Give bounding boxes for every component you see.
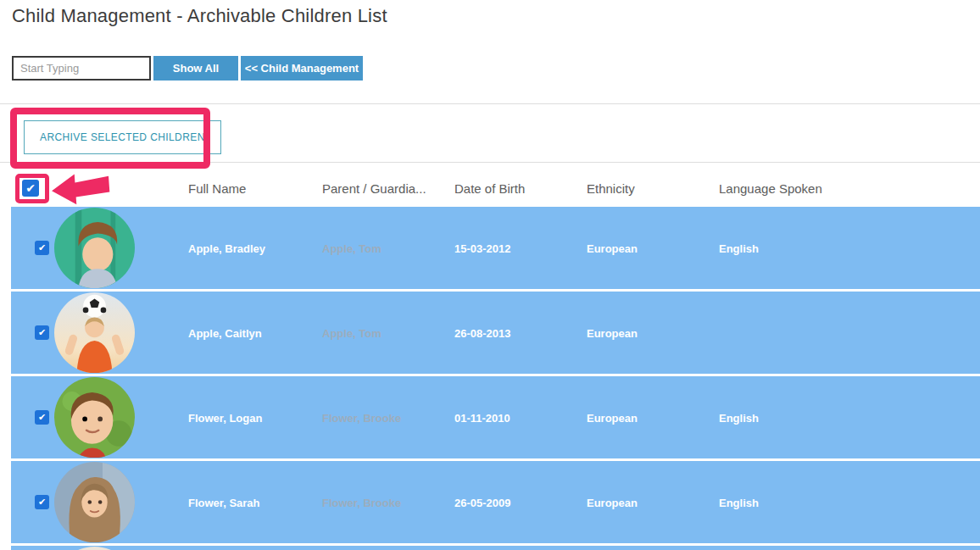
row-checkbox[interactable]: ✔ <box>35 241 49 255</box>
table-row[interactable]: ✔ Flower, Logan Flower, Brooke 01-11-201… <box>11 376 980 458</box>
select-all-checkbox[interactable]: ✔ <box>22 180 39 197</box>
cell-parent-guardian: Flower, Brooke <box>322 412 401 425</box>
cell-language-spoken: English <box>719 497 759 509</box>
cell-date-of-birth: 26-08-2013 <box>454 327 511 340</box>
table-header: Full Name Parent / Guardia... Date of Bi… <box>0 163 980 207</box>
avatar <box>54 208 135 288</box>
row-checkbox[interactable]: ✔ <box>35 325 49 340</box>
row-checkbox[interactable]: ✔ <box>35 495 49 509</box>
table-row[interactable]: ✔ Apple, Bradley Apple, Tom 15-03-2012 E… <box>11 207 980 289</box>
archive-selected-children-button[interactable]: ARCHIVE SELECTED CHILDREN <box>24 120 221 154</box>
cell-ethnicity: European <box>587 497 638 509</box>
cell-full-name: Apple, Bradley <box>188 242 265 255</box>
avatar <box>54 377 135 458</box>
cell-ethnicity: European <box>587 242 638 255</box>
cell-full-name: Apple, Caitlyn <box>188 327 262 340</box>
column-header-language-spoken: Language Spoken <box>719 181 822 196</box>
avatar <box>54 547 135 550</box>
table-row[interactable]: ✔ Flower, Sarah Flower, Brooke 26-05-200… <box>11 461 980 543</box>
cell-language-spoken: English <box>719 242 759 255</box>
back-to-child-management-button[interactable]: << Child Management <box>241 56 363 81</box>
page-title: Child Management - Archivable Children L… <box>12 5 387 27</box>
cell-ethnicity: European <box>587 327 638 340</box>
avatar <box>54 462 135 542</box>
divider <box>0 103 980 104</box>
table-row[interactable]: ✔ <box>11 292 980 374</box>
cell-parent-guardian: Apple, Tom <box>322 327 381 340</box>
child-management-page: Child Management - Archivable Children L… <box>0 0 980 550</box>
cell-full-name: Flower, Logan <box>188 412 262 425</box>
column-header-date-of-birth: Date of Birth <box>454 181 525 196</box>
column-header-full-name: Full Name <box>188 181 246 196</box>
cell-language-spoken: English <box>719 412 759 425</box>
cell-date-of-birth: 15-03-2012 <box>454 242 511 255</box>
cell-ethnicity: European <box>587 412 638 425</box>
cell-full-name: Flower, Sarah <box>188 497 260 509</box>
search-input[interactable] <box>12 56 151 81</box>
cell-parent-guardian: Apple, Tom <box>322 242 381 255</box>
avatar <box>54 292 135 373</box>
cell-parent-guardian: Flower, Brooke <box>322 497 401 509</box>
cell-date-of-birth: 01-11-2010 <box>454 412 510 425</box>
cell-date-of-birth: 26-05-2009 <box>454 497 511 509</box>
column-header-parent-guardian: Parent / Guardia... <box>322 181 426 196</box>
table-row-partial[interactable] <box>11 546 980 550</box>
column-header-ethnicity: Ethnicity <box>587 181 635 196</box>
show-all-button[interactable]: Show All <box>153 56 238 81</box>
row-checkbox[interactable]: ✔ <box>35 410 49 425</box>
children-list: ✔ Apple, Bradley Apple, Tom 15-03-2012 E… <box>11 207 980 546</box>
